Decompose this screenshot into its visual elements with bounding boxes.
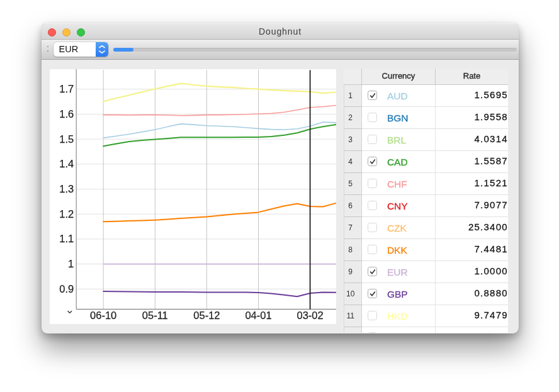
svg-text:03-02: 03-02 (296, 309, 323, 320)
svg-text:1.1: 1.1 (59, 232, 74, 244)
svg-text:1.7: 1.7 (59, 82, 74, 94)
svg-text:05-12: 05-12 (193, 309, 220, 320)
svg-text:0.9: 0.9 (59, 283, 74, 294)
svg-text:04-01: 04-01 (245, 309, 271, 320)
svg-text:06-10: 06-10 (90, 309, 116, 320)
svg-text:1: 1 (68, 257, 74, 269)
svg-text:1.6: 1.6 (59, 108, 74, 119)
svg-text:1.2: 1.2 (59, 208, 74, 219)
svg-text:1.5: 1.5 (59, 133, 74, 144)
svg-text:1.4: 1.4 (59, 157, 74, 169)
svg-text:1.3: 1.3 (59, 182, 74, 194)
svg-text:05-11: 05-11 (142, 309, 168, 320)
